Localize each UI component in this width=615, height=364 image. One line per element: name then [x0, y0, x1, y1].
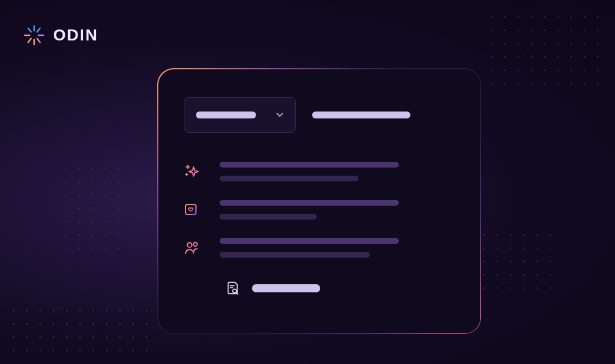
- list-item-title-placeholder: [220, 238, 399, 244]
- feature-list: [184, 162, 455, 258]
- feature-card: [157, 68, 481, 334]
- sparkle-icon: [184, 163, 200, 179]
- svg-point-12: [187, 243, 192, 247]
- decoration-dots-mid-left: [65, 168, 120, 249]
- footer-label-placeholder: [252, 284, 320, 292]
- list-item: [184, 200, 455, 220]
- svg-line-7: [28, 28, 31, 32]
- footer-action[interactable]: [225, 281, 455, 296]
- decoration-dots-top-right: [491, 16, 599, 84]
- svg-point-13: [193, 242, 197, 246]
- svg-rect-8: [186, 205, 196, 214]
- list-item-subtitle-placeholder: [220, 176, 358, 181]
- decoration-dots-bottom-left: [13, 310, 147, 351]
- users-icon: [184, 239, 200, 255]
- decoration-dots-mid-right: [483, 234, 551, 289]
- brand-logo: ODIN: [23, 24, 98, 46]
- svg-line-3: [37, 39, 40, 43]
- brand-name: ODIN: [53, 26, 98, 44]
- header-label-placeholder: [312, 112, 410, 118]
- list-item-title-placeholder: [220, 200, 399, 206]
- svg-line-5: [28, 39, 31, 43]
- dropdown-label-placeholder: [196, 112, 256, 118]
- list-item-subtitle-placeholder: [220, 214, 317, 220]
- list-item-title-placeholder: [220, 162, 399, 168]
- document-search-icon: [225, 281, 240, 296]
- list-item: [184, 238, 455, 258]
- chevron-down-icon: [276, 112, 284, 117]
- odin-logo-icon: [23, 24, 45, 46]
- calendar-heart-icon: [184, 201, 200, 217]
- list-item-subtitle-placeholder: [220, 252, 370, 258]
- svg-line-1: [37, 28, 40, 32]
- list-item: [184, 162, 455, 181]
- dropdown-selector[interactable]: [184, 97, 296, 133]
